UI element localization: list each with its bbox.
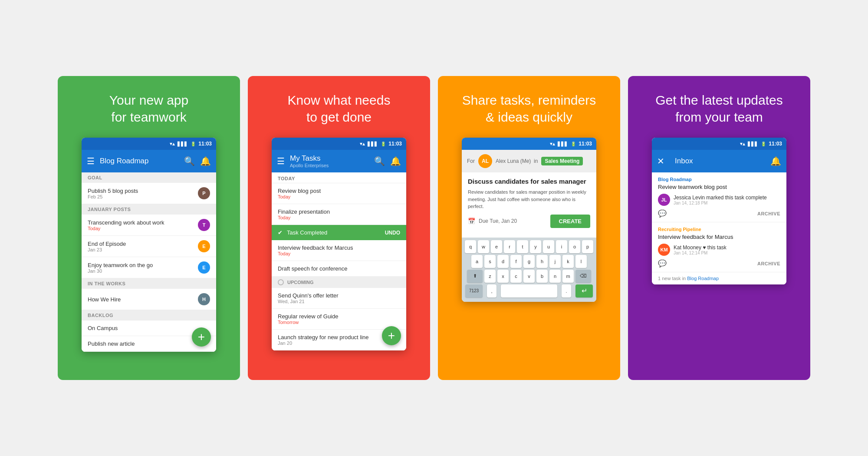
task-row[interactable]: Interview feedback for Marcus Today	[272, 240, 406, 261]
keyboard-row-3: ⬆ z x c v b n m ⌫	[464, 270, 595, 283]
key-f[interactable]: f	[510, 255, 522, 268]
key-w[interactable]: w	[478, 240, 489, 253]
menu-icon-2[interactable]: ☰	[277, 156, 285, 166]
task-row[interactable]: Send Quinn's offer letter Wed, Jan 21	[272, 288, 406, 309]
key-a[interactable]: a	[471, 255, 483, 268]
key-r[interactable]: r	[504, 240, 515, 253]
phone-content-4: Blog Roadmap Review teamwork blog post J…	[652, 172, 786, 284]
inbox-project-1: Blog Roadmap	[658, 177, 780, 182]
avatar: T	[198, 219, 210, 231]
task-row[interactable]: End of Episode Jan 23 E	[82, 236, 216, 257]
key-h[interactable]: h	[536, 255, 548, 268]
key-q[interactable]: q	[465, 240, 476, 253]
key-c[interactable]: c	[510, 270, 522, 283]
task-row[interactable]: How We Hire H	[82, 289, 216, 310]
phone-wrapper-4: ▾▴ ▋▋▋ 🔋 11:03 ✕ Inbox 🔔 Blog Roadmap Re…	[652, 138, 786, 284]
key-g[interactable]: g	[523, 255, 535, 268]
battery-icon: 🔋	[191, 142, 196, 146]
share-avatar: AL	[478, 154, 492, 168]
fab-2[interactable]: +	[382, 326, 401, 345]
phone-1: ▾▴ ▋▋▋ 🔋 11:03 ☰ Blog Roadmap 🔍 🔔 Goal	[82, 138, 216, 352]
inbox-item-1[interactable]: Blog Roadmap Review teamwork blog post J…	[652, 172, 786, 222]
status-time-2: 11:03	[388, 141, 402, 147]
task-row[interactable]: Draft speech for conference	[272, 261, 406, 277]
comment-icon[interactable]: 💬	[658, 209, 667, 218]
key-e[interactable]: e	[491, 240, 502, 253]
key-period[interactable]: .	[562, 284, 571, 297]
new-task-link[interactable]: Blog Roadmap	[687, 276, 719, 281]
avatar: E	[198, 240, 210, 252]
key-i[interactable]: i	[556, 240, 567, 253]
close-icon[interactable]: ✕	[657, 156, 664, 166]
menu-icon-1[interactable]: ☰	[87, 156, 95, 166]
task-text: End of Episode Jan 23	[88, 241, 194, 252]
inbox-item-2[interactable]: Recruiting Pipeline Interview feedback f…	[652, 222, 786, 272]
search-icon-2[interactable]: 🔍	[374, 156, 385, 166]
key-k[interactable]: k	[562, 255, 574, 268]
task-row[interactable]: Regular review of Guide Tomorrow	[272, 309, 406, 330]
key-enter[interactable]: ↵	[575, 284, 593, 297]
key-x[interactable]: x	[497, 270, 509, 283]
status-time-3: 11:03	[579, 141, 592, 147]
bell-icon-4[interactable]: 🔔	[770, 156, 781, 166]
key-num[interactable]: 7123	[465, 284, 483, 297]
archive-button-2[interactable]: ARCHIVE	[757, 261, 780, 266]
task-row[interactable]: Enjoy teamwork on the go Jan 30 E	[82, 257, 216, 278]
key-z[interactable]: z	[484, 270, 496, 283]
key-comma[interactable]: ,	[487, 284, 496, 297]
inbox-title-2: Interview feedback for Marcus	[658, 234, 780, 240]
key-j[interactable]: j	[549, 255, 561, 268]
keyboard: q w e r t y u i o p a s d	[462, 238, 596, 302]
key-shift[interactable]: ⬆	[467, 270, 483, 283]
search-icon-1[interactable]: 🔍	[184, 156, 195, 166]
task-text: Interview feedback for Marcus Today	[278, 245, 400, 256]
section-backlog: Backlog	[82, 310, 216, 321]
key-p[interactable]: p	[582, 240, 593, 253]
key-o[interactable]: o	[569, 240, 580, 253]
bell-icon-2[interactable]: 🔔	[390, 156, 401, 166]
key-y[interactable]: y	[530, 240, 541, 253]
task-row[interactable]: Finalize presentation Today	[272, 204, 406, 225]
key-s[interactable]: s	[484, 255, 496, 268]
key-n[interactable]: n	[549, 270, 561, 283]
fab-1[interactable]: +	[192, 327, 211, 347]
inbox-actions-1: 💬 ARCHIVE	[658, 209, 780, 218]
app-bar-subtitle-2: Apollo Enterprises	[290, 163, 369, 168]
task-row[interactable]: Publish 5 blog posts Feb 25 P	[82, 183, 216, 204]
inbox-title-1: Review teamwork blog post	[658, 184, 780, 190]
archive-button-1[interactable]: ARCHIVE	[757, 211, 780, 216]
task-text: Regular review of Guide Tomorrow	[278, 313, 400, 325]
task-row[interactable]: Transcending work about work Today T	[82, 215, 216, 236]
key-t[interactable]: t	[517, 240, 528, 253]
inbox-user-name-2: Kat Mooney ♥ this task	[674, 245, 780, 251]
key-d[interactable]: d	[497, 255, 509, 268]
key-space[interactable]	[501, 284, 557, 297]
status-bar-1: ▾▴ ▋▋▋ 🔋 11:03	[82, 138, 216, 150]
key-m[interactable]: m	[562, 270, 574, 283]
phone-content-1: Goal Publish 5 blog posts Feb 25 P Janua…	[82, 172, 216, 352]
create-button[interactable]: CREATE	[550, 215, 590, 228]
key-u[interactable]: u	[543, 240, 554, 253]
signal-icon: ▋▋▋	[178, 142, 188, 146]
key-l[interactable]: l	[575, 255, 587, 268]
check-icon: ✔	[278, 229, 283, 236]
upcoming-header: UPCOMING	[272, 277, 406, 288]
phone-wrapper-1: ▾▴ ▋▋▋ 🔋 11:03 ☰ Blog Roadmap 🔍 🔔 Goal	[82, 138, 216, 352]
undo-button[interactable]: UNDO	[385, 230, 400, 236]
status-bar-4: ▾▴ ▋▋▋ 🔋 11:03	[652, 138, 786, 150]
share-task-title: Discuss candidates for sales manager	[468, 178, 590, 185]
key-delete[interactable]: ⌫	[575, 270, 591, 283]
comment-icon-2[interactable]: 💬	[658, 259, 667, 268]
key-b[interactable]: b	[536, 270, 548, 283]
key-v[interactable]: v	[523, 270, 535, 283]
bell-icon-1[interactable]: 🔔	[200, 156, 211, 166]
phone-wrapper-2: ▾▴ ▋▋▋ 🔋 11:03 ☰ My Tasks Apollo Enterpr…	[272, 138, 406, 350]
signal-icon: ▋▋▋	[748, 142, 758, 146]
completed-banner: ✔ Task Completed UNDO	[272, 225, 406, 240]
section-goal: Goal	[82, 172, 216, 183]
inbox-time-2: Jan 14, 12:14 PM	[674, 251, 780, 255]
card-title-share: Share tasks, reminders & ideas quickly	[462, 92, 596, 126]
calendar-icon: 📅	[468, 218, 475, 225]
task-row[interactable]: Review blog post Today	[272, 183, 406, 204]
status-bar-2: ▾▴ ▋▋▋ 🔋 11:03	[272, 138, 406, 150]
